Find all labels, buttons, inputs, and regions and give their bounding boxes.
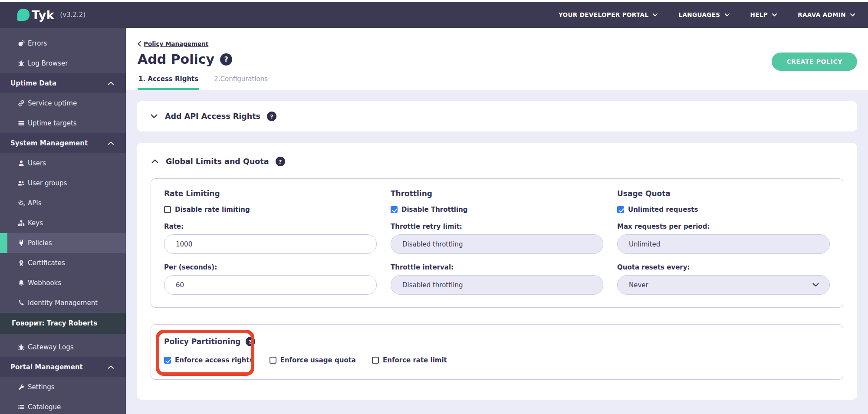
sidebar-section-portal-management[interactable]: Portal Management (0, 357, 126, 377)
menu-developer-portal[interactable]: YOUR DEVELOPER PORTAL (559, 11, 658, 18)
per-seconds-input[interactable] (164, 275, 377, 295)
usage-quota-column: Usage Quota Unlimited requests Max reque… (617, 189, 830, 295)
sidebar-item-label: Identity Management (28, 299, 98, 307)
sidebar-section-uptime-data[interactable]: Uptime Data (0, 73, 126, 93)
menu-account[interactable]: RAAVA ADMIN (798, 11, 855, 18)
enforce-rate-limit-checkbox[interactable] (372, 357, 379, 364)
throttle-retry-limit-input (391, 234, 603, 254)
sidebar-item-keys[interactable]: Keys (0, 213, 126, 233)
chevron-left-icon (138, 41, 141, 46)
menu-languages[interactable]: LANGUAGES (678, 11, 729, 18)
gears-icon (17, 200, 25, 207)
sidebar-item-identity-management[interactable]: Identity Management (0, 293, 126, 313)
version-label: (v3.2.2) (60, 11, 85, 19)
sidebar-item-settings[interactable]: Settings (0, 377, 126, 397)
collapse-global-limits-button[interactable] (151, 159, 159, 164)
menu-developer-portal-label: YOUR DEVELOPER PORTAL (559, 11, 649, 18)
sidebar-item-label: Settings (28, 383, 55, 391)
help-icon[interactable] (276, 157, 285, 166)
unlimited-requests-row: Unlimited requests (617, 206, 830, 214)
plug-icon (17, 240, 25, 246)
sidebar-item-label: Webhooks (28, 279, 61, 287)
enforce-usage-quota-checkbox[interactable] (270, 357, 276, 364)
enforce-access-rights-row: Enforce access rights (164, 356, 253, 364)
sidebar-item-label: User groups (28, 179, 67, 187)
checkbox-label: Unlimited requests (628, 206, 698, 214)
throttle-interval-input (391, 275, 603, 295)
disable-rate-limiting-checkbox[interactable] (164, 206, 171, 213)
policy-partitioning-heading: Policy Partitioning (164, 337, 241, 346)
sidebar-section-label: Portal Management (10, 363, 83, 371)
quota-resets-label: Quota resets every: (617, 263, 830, 271)
breadcrumb[interactable]: Policy Management (138, 40, 208, 47)
speaking-banner-label: Говорит: Tracy Roberts (12, 319, 97, 327)
sidebar-item-certificates[interactable]: Certificates (0, 253, 126, 273)
sidebar-item-users[interactable]: Users (0, 153, 126, 173)
main-content: Policy Management Add Policy CREATE POLI… (126, 28, 868, 414)
create-policy-button[interactable]: CREATE POLICY (772, 53, 857, 71)
list-icon (17, 404, 25, 411)
sitemap-icon (17, 220, 25, 227)
sidebar-item-apis[interactable]: APIs (0, 193, 126, 213)
sidebar: Errors Log Browser Uptime Data Service u… (0, 28, 126, 414)
sidebar-item-label: APIs (28, 199, 42, 207)
chevron-down-icon (850, 13, 855, 16)
checkbox-label: Disable Throttling (401, 206, 468, 214)
panel-title: Add API Access Rights (165, 112, 260, 121)
topbar: Tyk (v3.2.2) YOUR DEVELOPER PORTAL LANGU… (0, 2, 868, 28)
page-header: Policy Management Add Policy CREATE POLI… (126, 28, 868, 90)
max-requests-input (617, 234, 830, 254)
chevron-down-icon (653, 13, 658, 16)
chevron-up-icon (108, 365, 114, 369)
policy-partitioning-box: Policy Partitioning Enforce access right… (151, 324, 843, 380)
title-row: Add Policy (138, 52, 232, 67)
sidebar-item-service-uptime[interactable]: Service uptime (0, 93, 126, 113)
chevron-down-icon (725, 13, 730, 16)
bell-icon (17, 279, 25, 286)
tab-access-rights[interactable]: 1. Access Rights (138, 75, 199, 90)
sidebar-item-catalogue[interactable]: Catalogue (0, 397, 126, 414)
tabs: 1. Access Rights 2.Configurations (138, 75, 269, 90)
sidebar-section-system-management[interactable]: System Management (0, 133, 126, 153)
policy-partitioning-options: Enforce access rights Enforce usage quot… (164, 356, 830, 364)
chevron-up-icon (151, 159, 158, 164)
sidebar-item-label: Uptime targets (28, 119, 77, 127)
disable-throttling-checkbox[interactable] (391, 206, 398, 213)
enforce-access-rights-checkbox[interactable] (164, 357, 171, 364)
tyk-logo-text: Tyk (32, 8, 54, 22)
menu-help[interactable]: HELP (750, 11, 777, 18)
selected-option: Never (629, 281, 648, 289)
max-requests-label: Max requests per period: (617, 223, 830, 230)
expand-access-rights-button[interactable] (150, 114, 158, 118)
sidebar-item-gateway-logs[interactable]: Gateway Logs (0, 337, 126, 357)
panel-add-api-access-rights: Add API Access Rights (137, 101, 857, 131)
help-icon[interactable] (267, 112, 276, 121)
checkbox-label: Enforce usage quota (280, 356, 356, 364)
menu-languages-label: LANGUAGES (678, 11, 720, 18)
checkbox-label: Enforce rate limit (383, 356, 447, 364)
enforce-usage-quota-row: Enforce usage quota (270, 356, 356, 364)
app-window: Tyk (v3.2.2) YOUR DEVELOPER PORTAL LANGU… (0, 0, 868, 414)
rate-input[interactable] (164, 234, 377, 254)
checkbox-label: Enforce access rights (175, 356, 253, 364)
enforce-rate-limit-row: Enforce rate limit (372, 356, 447, 364)
table-icon (17, 120, 25, 127)
quota-resets-select[interactable]: Never (617, 275, 830, 295)
speaking-banner: Говорит: Tracy Roberts (0, 313, 126, 334)
tyk-logo[interactable]: Tyk (v3.2.2) (17, 8, 85, 22)
tab-configurations[interactable]: 2.Configurations (213, 75, 269, 90)
unlimited-requests-checkbox[interactable] (617, 206, 624, 213)
user-icon (17, 160, 25, 167)
sidebar-item-errors[interactable]: Errors (0, 33, 126, 53)
help-icon[interactable] (220, 53, 232, 66)
sidebar-item-label: Certificates (28, 259, 65, 267)
sidebar-section-label: System Management (10, 139, 88, 147)
help-icon[interactable] (246, 337, 255, 346)
sidebar-item-user-groups[interactable]: User groups (0, 173, 126, 193)
sidebar-item-webhooks[interactable]: Webhooks (0, 273, 126, 293)
rate-limiting-column: Rate Limiting Disable rate limiting Rate… (164, 189, 377, 295)
sidebar-item-uptime-targets[interactable]: Uptime targets (0, 113, 126, 133)
sidebar-item-policies[interactable]: Policies (0, 233, 126, 253)
bug-icon (17, 60, 25, 67)
sidebar-item-log-browser[interactable]: Log Browser (0, 53, 126, 73)
